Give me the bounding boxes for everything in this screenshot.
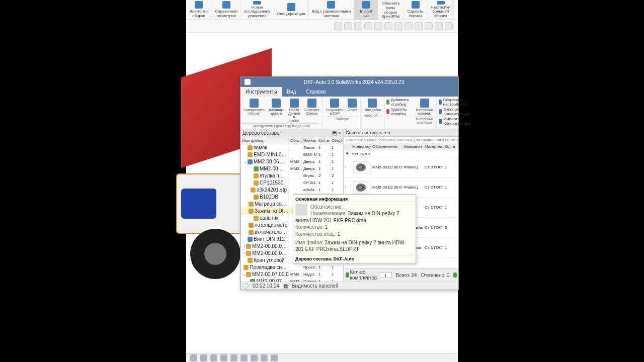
column-header[interactable]: Кол-во bbox=[443, 143, 455, 150]
tree-row[interactable]: ⌄ММ2-00.07.00.0ММ2…Надст…11 bbox=[240, 271, 343, 278]
ribbon-button[interactable]: ОчиститьСписок bbox=[302, 98, 321, 123]
column-header[interactable]: Имя файла bbox=[240, 137, 289, 144]
ribbon-button[interactable]: Добавитьдеталь bbox=[267, 98, 286, 123]
status-icon[interactable] bbox=[200, 354, 207, 361]
dialog-titlebar[interactable]: DXF-Auto 2.0 SolidWorks 2024 v24.235.0.2… bbox=[240, 77, 458, 87]
column-header[interactable]: Наименова… bbox=[402, 143, 423, 150]
link-icon bbox=[439, 100, 442, 105]
tree-row[interactable]: EMD-MINI-0…EMD-M…11 bbox=[240, 151, 343, 158]
button-icon bbox=[272, 99, 281, 108]
ht-btn[interactable] bbox=[364, 22, 372, 30]
panel-pin-icon[interactable]: ⬒ × bbox=[332, 130, 341, 136]
column-header[interactable]: Материал bbox=[423, 143, 443, 150]
column-header[interactable]: Обозначение bbox=[371, 143, 402, 150]
ribbon-button[interactable]: Сохранитьв DXF bbox=[324, 98, 346, 116]
expander-icon[interactable]: › bbox=[243, 251, 246, 255]
kits-input[interactable] bbox=[380, 272, 392, 278]
ht-btn[interactable] bbox=[405, 22, 413, 30]
tree-panel-title: Дерево состава ⬒ × bbox=[240, 129, 343, 137]
expander-icon[interactable]: ⌄ bbox=[243, 272, 246, 277]
ht-btn[interactable] bbox=[415, 22, 423, 30]
side-link[interactable]: Экспорт Конфигурации bbox=[439, 107, 472, 116]
ribbon-button[interactable]: Вид с разнесеннымичастями bbox=[309, 0, 354, 20]
ht-btn[interactable] bbox=[425, 22, 433, 30]
tree-row[interactable]: втулка п…Втулк…22 bbox=[240, 172, 343, 179]
ribbon-button[interactable]: Справочнаягеометрия bbox=[212, 0, 241, 20]
column-header[interactable] bbox=[344, 143, 351, 150]
tree-row[interactable]: CP101530CP101…11 bbox=[240, 179, 343, 187]
status-icon[interactable] bbox=[230, 354, 237, 361]
ribbon-button[interactable]: Отчет bbox=[346, 98, 359, 116]
panels-icon[interactable]: ▦ bbox=[283, 283, 288, 289]
side-link[interactable]: Импорт Конфигурации bbox=[439, 117, 472, 126]
panels-visibility[interactable]: Видимость панелей bbox=[292, 283, 338, 289]
tree-row[interactable]: замокЗамок11 bbox=[240, 144, 343, 151]
ribbon-button[interactable]: Настройкиколонок. bbox=[414, 98, 435, 116]
item-name: Матрица св… bbox=[255, 201, 287, 207]
status-icon[interactable] bbox=[220, 354, 227, 361]
ribbon-button[interactable]: Instant3D bbox=[354, 0, 378, 20]
ht-btn[interactable] bbox=[354, 22, 362, 30]
ht-btn[interactable] bbox=[334, 22, 342, 30]
status-icon[interactable] bbox=[261, 354, 268, 361]
tree-row[interactable]: ⌄ММ2-00.06…ММ2…Дверь11 bbox=[240, 158, 343, 165]
expander-icon[interactable]: ⌄ bbox=[243, 159, 248, 164]
tab-help[interactable]: Справка bbox=[301, 87, 331, 97]
ht-btn[interactable] bbox=[435, 22, 443, 30]
side-link[interactable]: Удалить столбец bbox=[386, 107, 411, 116]
column-header[interactable]: Миниатюра bbox=[351, 143, 371, 150]
sheet-row[interactable]: ▼нет картин… bbox=[344, 150, 458, 157]
cell: 1 bbox=[317, 159, 330, 164]
sheet-row[interactable]: ›ММ2-00.03.00.01ФланецСт 3 ГОСТ …1 bbox=[344, 157, 458, 177]
cell: Дверь bbox=[302, 166, 317, 171]
ribbon-button[interactable]: Сделатьснимок bbox=[404, 0, 428, 20]
button-icon bbox=[368, 99, 377, 108]
status-icon[interactable] bbox=[210, 354, 217, 361]
tt-file-label: Имя файла: bbox=[295, 240, 324, 245]
ht-btn[interactable] bbox=[384, 22, 392, 30]
filter-icon[interactable]: ▼ bbox=[344, 151, 351, 156]
expander-icon[interactable]: › bbox=[344, 185, 351, 190]
column-header[interactable]: Кол-во bbox=[317, 137, 330, 144]
tree-row[interactable]: Прокладка си…Прокл…11 bbox=[240, 264, 343, 271]
column-header[interactable]: Наиме… bbox=[302, 137, 317, 144]
ribbon-button[interactable]: ОбновитьузлысборкиSpeedPak bbox=[378, 0, 404, 20]
tab-view[interactable]: Вид bbox=[282, 87, 301, 97]
status-icon[interactable] bbox=[251, 354, 258, 361]
item-name: сальник bbox=[260, 215, 278, 221]
tree-row[interactable]: ММ2-00.07…ММ2…Стенка11 bbox=[240, 278, 343, 282]
button-label: Настройкиколонок. bbox=[416, 108, 433, 115]
item-icon bbox=[249, 202, 254, 207]
cell: 1 bbox=[443, 245, 455, 250]
button-label: Добавитьдеталь bbox=[269, 108, 284, 115]
status-icon[interactable] bbox=[190, 354, 197, 361]
expander-icon[interactable]: › bbox=[344, 164, 351, 170]
ribbon-button[interactable]: Новоеисследованиедвижения bbox=[241, 0, 274, 20]
side-link[interactable]: Сохранить настройки ст… bbox=[439, 98, 472, 107]
cell: Ст 3 ГОСТ … bbox=[423, 185, 443, 190]
ribbon-icon bbox=[327, 1, 335, 9]
ht-btn[interactable] bbox=[374, 22, 382, 30]
ribbon-button[interactable]: Настройкибольшойсборки bbox=[428, 0, 454, 20]
status-icon[interactable] bbox=[271, 354, 278, 361]
ht-btn[interactable] bbox=[344, 22, 352, 30]
ht-btn[interactable] bbox=[445, 22, 453, 30]
ribbon-button[interactable]: Элементысборки bbox=[186, 0, 212, 20]
ribbon-label: Сделатьснимок bbox=[408, 10, 423, 19]
ribbon-button[interactable]: Настройки bbox=[362, 98, 383, 113]
status-icon[interactable] bbox=[240, 354, 248, 361]
item-icon bbox=[254, 195, 259, 200]
total-value: 24 bbox=[412, 273, 417, 278]
tree-row[interactable]: ММ2-00…ММ2…Дверь11 bbox=[240, 165, 343, 172]
tab-tools[interactable]: Инструменты bbox=[240, 87, 282, 97]
side-link[interactable]: Добавить столбец bbox=[386, 98, 411, 107]
column-header[interactable]: Общ.К… bbox=[330, 137, 343, 144]
ribbon-button[interactable]: Найти Деталив папке bbox=[286, 98, 302, 123]
host-ribbon: ЭлементысборкиСправочнаягеометрияНовоеис… bbox=[186, 0, 458, 20]
ribbon-button[interactable]: Спецификация bbox=[274, 0, 309, 20]
expander-icon[interactable]: › bbox=[243, 244, 246, 248]
ribbon-button[interactable]: Сканироватьсборку bbox=[242, 98, 267, 123]
column-header[interactable]: Обо… bbox=[289, 137, 302, 144]
ht-btn[interactable] bbox=[394, 22, 403, 30]
tree-row[interactable]: a9k24201.stpa9k24…11 bbox=[240, 187, 343, 194]
